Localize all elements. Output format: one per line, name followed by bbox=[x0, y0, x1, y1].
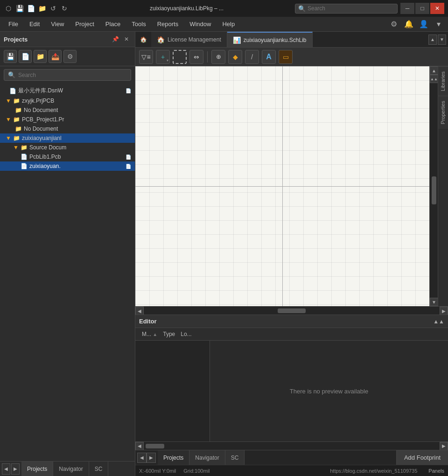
title-bar: ⬡ 💾 📄 📁 ↺ ↻ zuixiaoyuanjianku.LibPkg – .… bbox=[0, 0, 448, 17]
bottom-tab-projects[interactable]: Projects bbox=[158, 450, 189, 465]
editor-scroll-left-btn[interactable]: ◀ bbox=[135, 442, 144, 450]
tree-item-nodoc2[interactable]: 📁 No Document bbox=[0, 124, 135, 133]
sidebar-header: Projects 📌 ✕ bbox=[0, 32, 135, 47]
editor-collapse-btn[interactable]: ▲▲ bbox=[433, 318, 444, 325]
app-icon-undo[interactable]: ↺ bbox=[49, 4, 58, 13]
editor-scroll-thumb[interactable] bbox=[146, 444, 164, 448]
menu-window[interactable]: Window bbox=[185, 19, 216, 29]
menu-view[interactable]: View bbox=[46, 19, 69, 29]
sidebar-search-input[interactable] bbox=[18, 72, 127, 78]
menu-place[interactable]: Place bbox=[101, 19, 126, 29]
tab-icon-license: 🏠 bbox=[157, 36, 165, 43]
tree-icon-file1: 📄 bbox=[9, 88, 16, 94]
sidebar-close-btn[interactable]: ✕ bbox=[122, 35, 131, 44]
bottom-next-btn[interactable]: ▶ bbox=[147, 453, 156, 463]
restore-button[interactable]: □ bbox=[415, 3, 429, 14]
select-rect-btn[interactable] bbox=[173, 50, 187, 64]
scroll-right-btn[interactable]: ▶ bbox=[440, 307, 448, 315]
bottom-tab-navigator[interactable]: Navigator bbox=[189, 450, 225, 465]
minimize-button[interactable]: ─ bbox=[400, 3, 414, 14]
filter-btn[interactable]: ▽≡ bbox=[139, 50, 153, 64]
sidebar-search-icon: 🔍 bbox=[8, 71, 15, 78]
properties-tab[interactable]: Properties bbox=[438, 96, 448, 129]
scroll-left-btn[interactable]: ◀ bbox=[135, 307, 144, 315]
place-part-btn[interactable]: ◆ bbox=[228, 50, 242, 64]
scroll-double-up-btn[interactable]: ▲▲ bbox=[430, 75, 438, 83]
tree-item-sourcedoc[interactable]: ▼ 📁 Source Docum bbox=[0, 143, 135, 152]
align-btn[interactable]: ⇔ bbox=[189, 50, 203, 64]
tab-license-management[interactable]: 🏠 License Management bbox=[151, 32, 227, 47]
tree-item-zuixiaoyuan[interactable]: 📄 zuixiaoyuan. 📄 bbox=[0, 161, 135, 171]
export-btn[interactable]: 📤 bbox=[49, 50, 62, 63]
settings-btn[interactable]: ⚙ bbox=[63, 50, 77, 63]
app-icons: ⬡ 💾 📄 📁 ↺ ↻ bbox=[4, 4, 69, 13]
panels-label[interactable]: Panels bbox=[428, 468, 444, 474]
bottom-prev-btn[interactable]: ◀ bbox=[137, 453, 147, 463]
libraries-tab[interactable]: Libraries bbox=[438, 66, 448, 96]
scroll-track-horizontal[interactable] bbox=[144, 307, 440, 315]
menu-tools[interactable]: Tools bbox=[127, 19, 150, 29]
sidebar-pin-btn[interactable]: 📌 bbox=[111, 35, 120, 44]
tab-scroll-arrows: ▲ ▼ bbox=[428, 32, 448, 47]
tree-item-pcbproject[interactable]: ▼ 📁 PCB_Project1.Pr bbox=[0, 115, 135, 124]
scroll-thumb-horizontal[interactable] bbox=[278, 308, 306, 313]
settings-icon[interactable]: ⚙ bbox=[388, 19, 399, 30]
tree-item-nodoc1[interactable]: 📁 No Document bbox=[0, 105, 135, 115]
tree-item-minzujian[interactable]: 📄 最小元件库.DsnW 📄 bbox=[0, 85, 135, 96]
canvas-area[interactable] bbox=[135, 66, 429, 306]
sidebar-prev-btn[interactable]: ◀ bbox=[2, 463, 10, 475]
app-icon-3[interactable]: 📄 bbox=[26, 4, 35, 13]
menu-file[interactable]: File bbox=[4, 19, 23, 29]
home-icon[interactable]: 🏠 bbox=[135, 32, 151, 47]
tree-arrow-pcb: ▼ bbox=[6, 116, 11, 123]
add-pin-btn[interactable]: + ▾ bbox=[156, 50, 170, 64]
sidebar-nav-arrows: ◀ ▶ bbox=[0, 463, 21, 475]
tab-projects[interactable]: Projects bbox=[21, 462, 53, 476]
tab-navigator[interactable]: Navigator bbox=[53, 462, 89, 476]
new-doc-btn[interactable]: 📄 bbox=[19, 50, 32, 63]
editor-scroll-right-btn[interactable]: ▶ bbox=[440, 442, 448, 450]
tab-scroll-down[interactable]: ▼ bbox=[438, 35, 446, 45]
tree-item-zxyjk[interactable]: ▼ 📁 zxyjk.PrjPCB bbox=[0, 96, 135, 105]
text-btn[interactable]: A bbox=[262, 50, 276, 64]
tab-sc[interactable]: SC bbox=[89, 462, 109, 476]
project-tree: 📄 最小元件库.DsnW 📄 ▼ 📁 zxyjk.PrjPCB 📁 No Doc… bbox=[0, 84, 135, 461]
line-btn[interactable]: / bbox=[245, 50, 259, 64]
menu-edit[interactable]: Edit bbox=[25, 19, 44, 29]
add-footprint-button[interactable]: Add Footprint bbox=[396, 450, 448, 465]
menu-expand-icon[interactable]: ▾ bbox=[433, 19, 444, 30]
menu-project[interactable]: Project bbox=[70, 19, 98, 29]
col-type[interactable]: Type bbox=[160, 330, 178, 338]
menu-reports[interactable]: Reports bbox=[153, 19, 183, 29]
bottom-tab-sc[interactable]: SC bbox=[225, 450, 245, 465]
window-title: zuixiaoyuanjianku.LibPkg – ... bbox=[81, 5, 292, 12]
app-icon-1[interactable]: ⬡ bbox=[4, 4, 13, 13]
title-search-input[interactable] bbox=[308, 5, 387, 12]
scroll-track-vertical[interactable] bbox=[430, 83, 438, 298]
tab-scroll-up[interactable]: ▲ bbox=[428, 35, 437, 45]
menu-help[interactable]: Help bbox=[217, 19, 239, 29]
scroll-up-btn[interactable]: ▲ bbox=[430, 66, 438, 75]
editor-scroll-track[interactable] bbox=[144, 442, 440, 450]
col-location[interactable]: Lo... bbox=[178, 330, 194, 338]
col-mode[interactable]: M... ▲ bbox=[139, 330, 160, 338]
tree-folder-pcb: 📁 bbox=[13, 116, 20, 123]
open-folder-btn[interactable]: 📁 bbox=[34, 50, 47, 63]
app-icon-4[interactable]: 📁 bbox=[37, 4, 47, 13]
sidebar-search-bar[interactable]: 🔍 bbox=[4, 69, 131, 81]
component-btn[interactable]: ▭ bbox=[279, 50, 293, 64]
save-btn[interactable]: 💾 bbox=[4, 50, 17, 63]
notifications-icon[interactable]: 🔔 bbox=[403, 19, 414, 30]
scroll-down-btn[interactable]: ▼ bbox=[430, 298, 438, 306]
snap-btn[interactable]: ⊕ bbox=[211, 50, 225, 64]
tree-item-zuixiao[interactable]: ▼ 📁 zuixiaoyuanjianl bbox=[0, 133, 135, 143]
user-icon[interactable]: 👤 bbox=[418, 19, 429, 30]
close-button[interactable]: ✕ bbox=[430, 3, 444, 14]
scroll-thumb-vertical[interactable] bbox=[432, 176, 436, 204]
tree-item-pcblib[interactable]: 📄 PcbLib1.Pcb 📄 bbox=[0, 152, 135, 161]
app-icon-redo[interactable]: ↻ bbox=[60, 4, 69, 13]
app-icon-2[interactable]: 💾 bbox=[15, 4, 24, 13]
tab-schlib[interactable]: 📊 zuixiaoyuanjianku.SchLib bbox=[227, 32, 313, 47]
title-search-bar[interactable]: 🔍 bbox=[295, 4, 398, 14]
sidebar-next-btn[interactable]: ▶ bbox=[11, 463, 20, 475]
